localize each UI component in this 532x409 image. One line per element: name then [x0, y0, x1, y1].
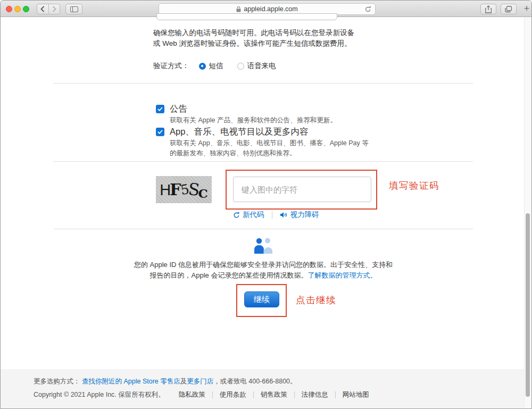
- new-code-link[interactable]: 新代码: [233, 210, 264, 220]
- apps-music-tv-desc: 获取有关 App、音乐、电影、电视节目、图书、播客、Apple Pay 等的最新…: [170, 138, 371, 158]
- lock-icon: [236, 6, 241, 12]
- footer-shop-line: 更多选购方式： 查找你附近的 Apple Store 零售店及更多门店，或者致电…: [34, 377, 524, 386]
- privacy-text: 您的 Apple ID 信息被用于确保您能够安全登录并访问您的数据。出于安全性、…: [93, 260, 434, 281]
- annotation-note-captcha: 填写验证码: [389, 179, 439, 192]
- footer-link-sitemap[interactable]: 网站地图: [343, 390, 369, 399]
- chevron-right-icon: [52, 6, 56, 12]
- checkmark-icon: [157, 107, 163, 111]
- share-button[interactable]: [480, 4, 496, 14]
- phone-number-input[interactable]: [156, 13, 337, 20]
- minimize-window-button[interactable]: [14, 6, 21, 12]
- captcha-input[interactable]: [233, 177, 371, 202]
- announcements-desc: 获取有关 Apple 产品、服务和软件的公告、推荐和更新。: [170, 115, 337, 126]
- share-icon: [485, 5, 492, 13]
- divider: [54, 229, 473, 229]
- find-store-link[interactable]: 查找你附近的 Apple Store 零售店: [82, 378, 180, 385]
- nav-button-group: [37, 4, 60, 14]
- copyright-text: Copyright © 2021 Apple Inc. 保留所有权利。: [34, 390, 165, 399]
- scrollbar-thumb[interactable]: [526, 213, 530, 397]
- scrollbar-track: [524, 17, 531, 408]
- speaker-icon: [280, 212, 288, 218]
- announcements-title: 公告: [170, 103, 187, 115]
- footer-link-terms[interactable]: 使用条款: [220, 390, 246, 399]
- vision-impaired-audio-link[interactable]: 视力障碍: [280, 210, 319, 220]
- divider: [335, 391, 336, 398]
- sidebar-toggle-button[interactable]: [65, 4, 82, 14]
- radio-option-sms[interactable]: 短信: [199, 61, 223, 71]
- checkmark-icon: [157, 130, 163, 134]
- footer-link-privacy[interactable]: 隐私政策: [179, 390, 205, 399]
- two-people-icon: [252, 238, 275, 257]
- announcements-checkbox[interactable]: [156, 105, 164, 113]
- footer-legal-line: Copyright © 2021 Apple Inc. 保留所有权利。 隐私政策…: [34, 390, 524, 399]
- captcha-image: HF5SC: [156, 176, 212, 203]
- verification-method-row: 验证方式： 短信 语音来电: [153, 61, 290, 71]
- reload-icon[interactable]: [364, 6, 371, 13]
- refresh-icon: [233, 212, 240, 219]
- tab-overview-icon: [505, 6, 512, 13]
- divider: [54, 161, 473, 162]
- more-stores-link[interactable]: 更多门店: [187, 378, 213, 385]
- new-tab-button[interactable]: +: [522, 3, 531, 14]
- page-content: 确保您输入的电话号码随时可用。此电话号码以在您登录新设备 或 Web 浏览器时验…: [1, 17, 531, 408]
- tab-overview-button[interactable]: [501, 4, 517, 14]
- zoom-window-button[interactable]: [23, 6, 29, 12]
- apps-music-tv-checkbox[interactable]: [156, 128, 164, 136]
- phone-intro-text: 确保您输入的电话号码随时可用。此电话号码以在您登录新设备 或 Web 浏览器时验…: [153, 28, 354, 49]
- radio-option-voice-call[interactable]: 语音来电: [237, 61, 276, 71]
- footer-link-sales[interactable]: 销售政策: [261, 390, 287, 399]
- chevron-left-icon: [40, 6, 45, 12]
- browser-window: appleid.apple.com + 确保您输入的电话号码随时可用。此电话号码…: [0, 0, 532, 409]
- divider: [294, 391, 295, 398]
- apps-music-tv-title: App、音乐、电视节目以及更多内容: [170, 126, 308, 138]
- footer-link-legal[interactable]: 法律信息: [302, 390, 328, 399]
- radio-unselected-icon: [237, 63, 244, 70]
- divider: [212, 391, 213, 398]
- close-window-button[interactable]: [6, 6, 12, 12]
- data-management-link[interactable]: 了解数据的管理方式。: [307, 271, 377, 279]
- divider: [272, 211, 272, 219]
- sidebar-icon: [70, 6, 78, 12]
- page-footer: 更多选购方式： 查找你附近的 Apple Store 零售店及更多门店，或者致电…: [1, 369, 524, 408]
- url-text: appleid.apple.com: [244, 5, 297, 13]
- divider: [54, 83, 473, 84]
- verification-method-label: 验证方式：: [153, 61, 189, 71]
- annotation-note-continue: 点击继续: [296, 294, 336, 306]
- back-button[interactable]: [37, 4, 49, 14]
- divider: [253, 391, 254, 398]
- captcha-links-row: 新代码 视力障碍: [233, 210, 319, 220]
- forward-button[interactable]: [49, 4, 60, 14]
- continue-button[interactable]: 继续: [244, 291, 279, 307]
- radio-selected-icon: [199, 63, 206, 70]
